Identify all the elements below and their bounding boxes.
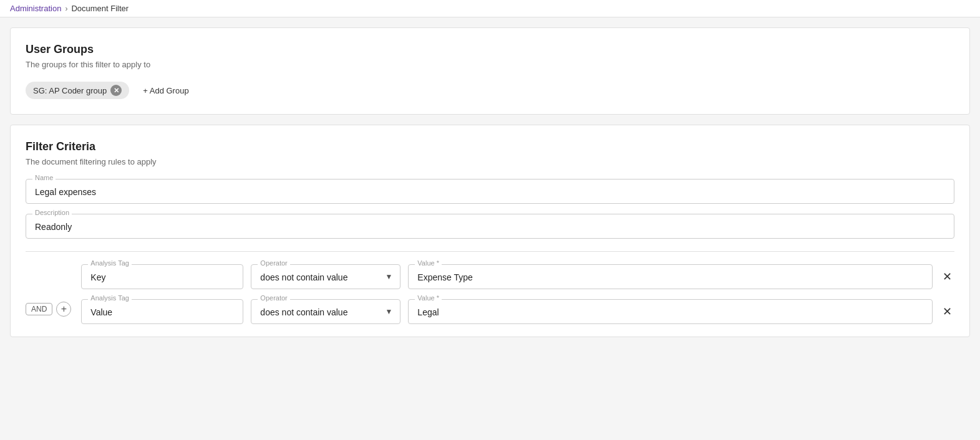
value-label-0: Value * [415,259,442,267]
description-field-wrapper: Description Readonly [26,214,954,239]
operator-arrow-0: ▼ [385,272,392,281]
group-chip-label: SG: AP Coder group [33,86,107,95]
analysis-tag-field-1: Analysis Tag Value [81,299,243,324]
filter-criteria-title: Filter Criteria [26,140,954,153]
operator-field-1[interactable]: Operator does not contain value ▼ [251,299,400,324]
value-field-0: Value * Expense Type [408,264,933,289]
group-chips-container: SG: AP Coder group ✕ + Add Group [26,82,954,99]
analysis-tag-field-0: Analysis Tag Key [81,264,243,289]
description-field-value[interactable]: Readonly [35,222,945,232]
operator-value-0: does not contain value [260,272,375,282]
and-badge: AND [26,303,52,315]
page-content: User Groups The groups for this filter t… [0,17,980,347]
remove-group-chip-button[interactable]: ✕ [110,85,122,96]
breadcrumb-admin-link[interactable]: Administration [10,4,61,13]
breadcrumb-separator: › [65,4,67,13]
operator-label-0: Operator [258,259,289,267]
analysis-tag-label-0: Analysis Tag [88,259,132,267]
operator-arrow-1: ▼ [385,307,392,316]
analysis-tag-value-1[interactable]: Value [90,307,234,317]
filter-row: Analysis Tag Value Operator does not con… [81,299,954,324]
group-chip: SG: AP Coder group ✕ [26,82,129,99]
remove-row-button-1[interactable]: ✕ [940,302,954,321]
add-group-button[interactable]: + Add Group [135,83,196,98]
value-label-1: Value * [415,294,442,302]
value-text-0[interactable]: Expense Type [417,272,923,282]
value-field-1: Value * Legal [408,299,933,324]
remove-row-button-0[interactable]: ✕ [940,267,954,286]
user-groups-subtitle: The groups for this filter to apply to [26,60,954,69]
value-text-1[interactable]: Legal [417,307,923,317]
filter-criteria-subtitle: The document filtering rules to apply [26,157,954,166]
user-groups-card: User Groups The groups for this filter t… [10,27,970,115]
name-field-wrapper: Name Legal expenses [26,179,954,204]
operator-value-1: does not contain value [260,307,375,317]
breadcrumb: Administration › Document Filter [0,0,980,17]
user-groups-title: User Groups [26,43,954,56]
analysis-tag-value-0[interactable]: Key [90,272,234,282]
description-field-label: Description [32,209,72,216]
breadcrumb-current: Document Filter [71,4,129,13]
analysis-tag-label-1: Analysis Tag [88,294,132,302]
name-field-value[interactable]: Legal expenses [35,187,945,197]
filter-criteria-card: Filter Criteria The document filtering r… [10,125,970,337]
filter-row: Analysis Tag Key Operator does not conta… [81,264,954,289]
operator-label-1: Operator [258,294,289,302]
add-condition-button[interactable]: + [56,302,71,317]
filter-rows: Analysis Tag Key Operator does not conta… [81,264,954,324]
name-field-label: Name [32,174,56,181]
operator-field-0[interactable]: Operator does not contain value ▼ [251,264,400,289]
and-connector: AND + [26,264,71,317]
filter-rows-area: AND + Analysis Tag Key Operator does not… [26,251,954,337]
